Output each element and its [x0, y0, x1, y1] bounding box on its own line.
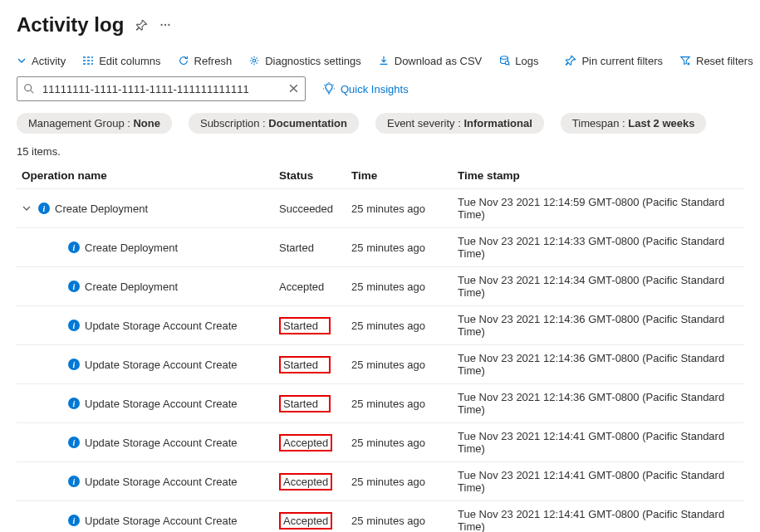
col-operation-name[interactable]: Operation name: [17, 163, 274, 189]
refresh-icon: [178, 55, 189, 66]
info-icon: i: [68, 281, 80, 292]
status-value: Accepted: [283, 476, 328, 488]
pill-value: Last 2 weeks: [628, 117, 694, 129]
lightbulb-icon: [322, 82, 336, 95]
operation-name: Create Deployment: [85, 242, 178, 254]
timestamp-value: Tue Nov 23 2021 12:14:36 GMT-0800 (Pacif…: [453, 306, 743, 345]
time-value: 25 minutes ago: [346, 345, 453, 384]
table-row[interactable]: iCreate DeploymentAccepted25 minutes ago…: [17, 267, 743, 306]
filter-event-severity[interactable]: Event severity : Informational: [375, 113, 544, 134]
timestamp-value: Tue Nov 23 2021 12:14:41 GMT-0800 (Pacif…: [453, 462, 743, 501]
pin-icon: [565, 55, 576, 66]
time-value: 25 minutes ago: [346, 189, 453, 228]
time-value: 25 minutes ago: [346, 501, 453, 533]
table-row[interactable]: iUpdate Storage Account CreateStarted25 …: [17, 345, 743, 384]
status-highlight-box: Started: [279, 317, 331, 334]
time-value: 25 minutes ago: [346, 228, 453, 267]
timestamp-value: Tue Nov 23 2021 12:14:36 GMT-0800 (Pacif…: [453, 384, 743, 423]
col-time[interactable]: Time: [346, 163, 453, 189]
pin-filters-label: Pin current filters: [581, 55, 663, 67]
edit-columns-button[interactable]: Edit columns: [82, 55, 160, 67]
table-row[interactable]: iCreate DeploymentStarted25 minutes agoT…: [17, 228, 743, 267]
table-row[interactable]: iUpdate Storage Account CreateAccepted25…: [17, 462, 743, 501]
info-icon: i: [68, 476, 80, 487]
reset-filters-button[interactable]: Reset filters: [679, 55, 753, 67]
time-value: 25 minutes ago: [346, 267, 453, 306]
timestamp-value: Tue Nov 23 2021 12:14:41 GMT-0800 (Pacif…: [453, 501, 743, 533]
time-value: 25 minutes ago: [346, 462, 453, 501]
info-icon: i: [38, 203, 50, 214]
timestamp-value: Tue Nov 23 2021 12:14:34 GMT-0800 (Pacif…: [453, 267, 743, 306]
status-highlight-box: Accepted: [279, 512, 332, 530]
table-row[interactable]: iUpdate Storage Account CreateAccepted25…: [17, 501, 743, 533]
pill-label: Subscription :: [200, 117, 268, 129]
refresh-label: Refresh: [194, 55, 233, 67]
pin-filters-button[interactable]: Pin current filters: [565, 55, 663, 67]
pill-value: Informational: [463, 117, 532, 129]
diagnostics-label: Diagnostics settings: [265, 55, 361, 67]
pill-value: None: [133, 117, 160, 129]
search-box[interactable]: [17, 76, 306, 101]
time-value: 25 minutes ago: [346, 384, 453, 423]
logs-button[interactable]: Logs: [498, 55, 538, 67]
table-row[interactable]: iCreate DeploymentSucceeded25 minutes ag…: [17, 189, 743, 228]
status-highlight-box: Accepted: [279, 434, 332, 451]
svg-point-6: [25, 85, 32, 91]
status-value: Accepted: [283, 515, 328, 527]
svg-point-1: [164, 24, 166, 26]
activity-label: Activity: [32, 55, 66, 67]
clear-icon[interactable]: [288, 83, 299, 94]
pill-label: Timespan :: [572, 117, 628, 129]
refresh-button[interactable]: Refresh: [178, 55, 233, 67]
quick-insights-button[interactable]: Quick Insights: [322, 82, 409, 95]
diagnostics-button[interactable]: Diagnostics settings: [248, 55, 361, 67]
col-timestamp[interactable]: Time stamp: [453, 163, 743, 189]
info-icon: i: [68, 515, 80, 526]
pill-label: Event severity :: [387, 117, 463, 129]
operation-name: Update Storage Account Create: [85, 320, 238, 332]
filter-management-group[interactable]: Management Group : None: [17, 113, 172, 134]
filter-subscription[interactable]: Subscription : Documentation: [189, 113, 359, 134]
info-icon: i: [68, 437, 80, 448]
timestamp-value: Tue Nov 23 2021 12:14:41 GMT-0800 (Pacif…: [453, 423, 743, 462]
page-title: Activity log: [17, 13, 124, 37]
col-status[interactable]: Status: [274, 163, 346, 189]
time-value: 25 minutes ago: [346, 423, 453, 462]
filter-reset-icon: [679, 55, 691, 66]
status-highlight-box: Started: [279, 395, 331, 412]
status-value: Started: [283, 320, 318, 332]
table-row[interactable]: iUpdate Storage Account CreateStarted25 …: [17, 384, 743, 423]
operation-name: Create Deployment: [55, 203, 148, 215]
filter-timespan[interactable]: Timespan : Last 2 weeks: [561, 113, 707, 134]
activity-dropdown[interactable]: Activity: [17, 55, 66, 67]
chevron-down-icon[interactable]: [22, 203, 33, 213]
operation-name: Update Storage Account Create: [85, 437, 238, 449]
svg-point-0: [161, 24, 163, 26]
timestamp-value: Tue Nov 23 2021 12:14:36 GMT-0800 (Pacif…: [453, 345, 743, 384]
chevron-down-icon: [17, 56, 27, 66]
table-row[interactable]: iUpdate Storage Account CreateStarted25 …: [17, 306, 743, 345]
download-csv-button[interactable]: Download as CSV: [378, 55, 483, 67]
info-icon: i: [68, 398, 80, 409]
logs-icon: [498, 55, 510, 66]
info-icon: i: [68, 359, 80, 370]
time-value: 25 minutes ago: [346, 306, 453, 345]
search-input[interactable]: [41, 82, 282, 96]
operation-name: Update Storage Account Create: [85, 359, 238, 371]
status-highlight-box: Started: [279, 356, 331, 373]
timestamp-value: Tue Nov 23 2021 12:14:59 GMT-0800 (Pacif…: [453, 189, 743, 228]
status-value: Started: [279, 242, 314, 254]
status-value: Started: [283, 359, 318, 371]
logs-label: Logs: [515, 55, 538, 67]
pill-value: Documentation: [268, 117, 347, 129]
status-highlight-box: Accepted: [279, 473, 332, 491]
table-row[interactable]: iUpdate Storage Account CreateAccepted25…: [17, 423, 743, 462]
gear-icon: [248, 55, 260, 66]
pin-icon[interactable]: [135, 19, 148, 32]
timestamp-value: Tue Nov 23 2021 12:14:33 GMT-0800 (Pacif…: [453, 228, 743, 267]
svg-point-2: [169, 24, 170, 26]
more-icon[interactable]: [159, 19, 171, 31]
status-value: Accepted: [283, 437, 328, 449]
search-icon: [23, 83, 35, 95]
download-icon: [378, 55, 390, 66]
